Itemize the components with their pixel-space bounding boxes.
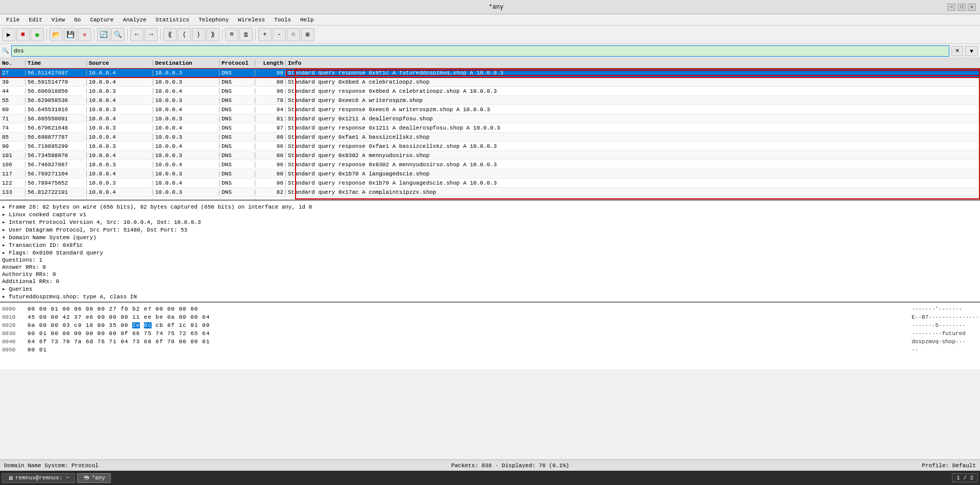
menu-item-help[interactable]: Help [296,15,317,25]
table-row[interactable]: 101 56.734588070 10.0.0.4 10.0.0.3 DNS 8… [0,151,980,160]
toolbar-stop-btn[interactable]: ■ [16,28,30,41]
toolbar-zoom-normal-btn[interactable]: ○ [287,28,300,41]
packet-length: 96 [255,88,286,94]
toolbar-open-btn[interactable]: 📂 [50,28,63,41]
table-row[interactable]: 117 56.769271104 10.0.0.4 10.0.0.3 DNS 8… [0,169,980,178]
toolbar-zoom-out-btn[interactable]: - [273,28,286,41]
table-row[interactable]: 90 56.719895299 10.0.0.3 10.0.0.4 DNS 96… [0,142,980,151]
hex-bytes: 00 01 [28,347,908,353]
wireshark-icon: 🦈 [83,475,90,481]
window-controls[interactable]: ─ □ ✕ [947,4,976,11]
toolbar-colorize-btn[interactable]: ≡ [225,28,238,41]
detail-item[interactable]: ▸ Flags: 0x0100 Standard query [2,249,978,257]
detail-item[interactable]: Additional RRs: 0 [2,278,978,285]
hex-ascii: ·· [912,347,978,353]
detail-item[interactable]: ▸ Transaction ID: 0x8f1c [2,241,978,249]
maximize-button[interactable]: □ [958,4,966,11]
packet-source: 10.0.0.3 [87,162,153,168]
packet-protocol: DNS [219,189,255,195]
col-header-time: Time [26,60,87,66]
menu-item-statistics[interactable]: Statistics [152,15,193,25]
packet-time: 56.591514779 [26,79,87,85]
toolbar-save-btn[interactable]: 💾 [64,28,77,41]
close-button[interactable]: ✕ [968,4,976,11]
menu-item-view[interactable]: View [47,15,69,25]
toolbar-autoscroll-btn[interactable]: ≣ [239,28,253,41]
packet-no: 71 [0,116,26,122]
packet-source: 10.0.0.3 [87,107,153,113]
toolbar-next-btn[interactable]: ⟩ [192,28,205,41]
menu-item-file[interactable]: File [2,15,23,25]
hex-bytes: 45 00 00 42 37 e6 00 00 80 11 ee be 0a 0… [28,314,908,320]
table-row[interactable]: 74 56.679621648 10.0.0.3 10.0.0.4 DNS 97… [0,123,980,133]
detail-item[interactable]: ▾ Domain Name System (query) [2,234,978,241]
table-row[interactable]: 27 56.511427697 10.0.0.4 10.0.0.3 DNS 98… [0,68,980,78]
table-row[interactable]: 122 56.789475652 10.0.0.3 10.0.0.4 DNS 9… [0,178,980,188]
toolbar-close-btn[interactable]: ✕ [78,28,91,41]
detail-item[interactable]: ▸ User Datagram Protocol, Src Port: 5148… [2,226,978,234]
toolbar-reload-btn[interactable]: 🔄 [97,28,110,41]
packet-destination: 10.0.0.4 [153,143,219,149]
menu-item-capture[interactable]: Capture [86,15,117,25]
menu-item-tools[interactable]: Tools [270,15,295,25]
detail-item[interactable]: ▸ Frame 26: 82 bytes on wire (656 bits),… [2,203,978,211]
packet-no: 117 [0,171,26,177]
packet-length: 81 [255,116,286,122]
filter-label-icon: 🔍 [2,47,9,54]
minimize-button[interactable]: ─ [947,4,955,11]
menu-item-go[interactable]: Go [70,15,85,25]
menu-item-analyze[interactable]: Analyze [119,15,151,25]
hex-row: 0040 64 6f 73 70 7a 6d 76 71 04 73 68 6f… [2,338,978,346]
table-row[interactable]: 136 56.826337362 10.0.0.3 10.0.0.4 DNS 9… [0,197,980,199]
table-row[interactable]: 44 56.606918856 10.0.0.3 10.0.0.4 DNS 96… [0,87,980,96]
table-row[interactable]: 55 56.629058536 10.0.0.4 10.0.0.3 DNS 78… [0,96,980,105]
filter-input[interactable] [11,45,949,57]
hex-row: 0010 45 00 00 42 37 e6 00 00 80 11 ee be… [2,313,978,321]
hex-offset: 0050 [2,347,28,353]
menu-item-telephony[interactable]: Telephony [194,15,233,25]
col-header-no: No. [0,60,26,66]
hex-bytes: 0a 00 00 03 c9 18 00 35 00 2e 8c cb 8f 1… [28,322,908,328]
packet-destination: 10.0.0.3 [153,79,219,85]
table-row[interactable]: 39 56.591514779 10.0.0.4 10.0.0.3 DNS 80… [0,78,980,87]
table-row[interactable]: 133 56.812722191 10.0.0.4 10.0.0.3 DNS 8… [0,188,980,197]
packet-length: 80 [255,171,286,177]
toolbar-zoom-in-btn[interactable]: + [258,28,272,41]
col-header-info: Info [286,60,980,66]
packet-length: 96 [255,180,286,186]
toolbar-jump-start-btn[interactable]: ⟪ [163,28,177,41]
hex-row: 0050 00 01 ·· [2,346,978,354]
packet-info: Standard query 0x1211 A deallerospfosu.s… [286,116,980,122]
toolbar-prev-btn[interactable]: ⟨ [178,28,191,41]
detail-item[interactable]: Authority RRs: 0 [2,271,978,278]
filter-arrow-button[interactable]: ▼ [965,46,978,56]
toolbar-jump-end-btn[interactable]: ⟫ [206,28,219,41]
menu-item-wireless[interactable]: Wireless [234,15,269,25]
detail-item[interactable]: ▸ futureddospzmvq.shop: type A, class IN [2,293,978,300]
detail-item[interactable]: Questions: 1 [2,257,978,264]
toolbar-resize-btn[interactable]: ⊞ [301,28,314,41]
taskbar-wireshark[interactable]: 🦈 *any [77,473,111,483]
toolbar-restart-btn[interactable]: ◉ [31,28,44,41]
toolbar-forward-btn[interactable]: → [144,28,158,41]
table-row[interactable]: 106 56.746927087 10.0.0.3 10.0.0.4 DNS 9… [0,160,980,169]
menu-item-edit[interactable]: Edit [24,15,46,25]
table-row[interactable]: 60 56.645531816 10.0.0.3 10.0.0.4 DNS 94… [0,105,980,114]
table-row[interactable]: 71 56.665550691 10.0.0.4 10.0.0.3 DNS 81… [0,114,980,123]
hex-row: 0030 00 01 00 00 00 00 00 00 0f 66 75 74… [2,329,978,338]
toolbar-find-btn[interactable]: 🔍 [111,28,125,41]
toolbar-start-btn[interactable]: ▶ [2,28,15,41]
taskbar-terminal[interactable]: 🖥 remnux@remnux: ~ [2,473,75,483]
detail-item[interactable]: ▸ Queries [2,285,978,293]
table-row[interactable]: 85 56.698877787 10.0.0.4 10.0.0.3 DNS 80… [0,133,980,142]
detail-item[interactable]: ▸ Linux cooked capture v1 [2,211,978,218]
hex-row: 0020 0a 00 00 03 c9 18 00 35 00 2e 8c cb… [2,321,978,329]
filter-clear-button[interactable]: ✕ [951,46,963,56]
toolbar-back-btn[interactable]: ← [130,28,143,41]
col-header-source: Source [87,60,153,66]
detail-item[interactable]: Answer RRs: 0 [2,264,978,271]
taskbar-wireshark-label: *any [92,475,105,481]
packet-destination: 10.0.0.3 [153,171,219,177]
packet-length: 82 [255,189,286,195]
detail-item[interactable]: ▸ Internet Protocol Version 4, Src: 10.0… [2,218,978,226]
